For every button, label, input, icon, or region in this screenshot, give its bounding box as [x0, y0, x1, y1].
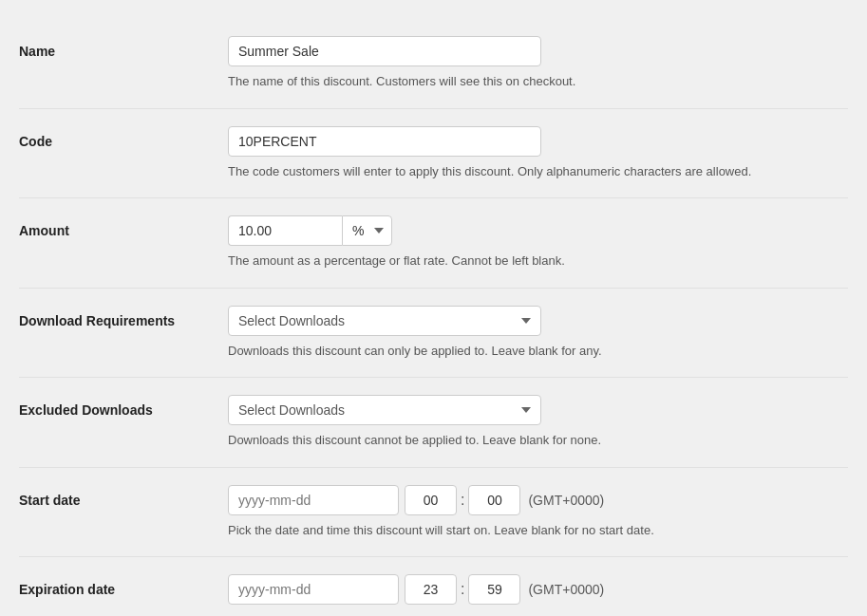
start-hour-input[interactable]	[405, 485, 457, 515]
code-field: The code customers will enter to apply t…	[228, 126, 848, 181]
start-minute-input[interactable]	[468, 485, 520, 515]
name-hint: The name of this discount. Customers wil…	[228, 72, 826, 91]
excluded-downloads-field: Select Downloads Downloads this discount…	[228, 395, 848, 450]
download-requirements-hint: Downloads this discount can only be appl…	[228, 342, 826, 361]
expiration-hour-input[interactable]	[405, 574, 457, 605]
expiration-minute-input[interactable]	[468, 574, 520, 605]
name-row: Name The name of this discount. Customer…	[19, 19, 848, 109]
amount-hint: The amount as a percentage or flat rate.…	[228, 252, 826, 271]
excluded-downloads-select[interactable]: Select Downloads	[228, 395, 541, 425]
expiration-date-inputs: : (GMT+0000)	[228, 574, 848, 605]
discount-form: Name The name of this discount. Customer…	[0, 0, 867, 616]
code-input[interactable]	[228, 126, 541, 157]
amount-unit-select[interactable]: % $	[342, 215, 392, 246]
amount-input[interactable]	[228, 215, 342, 246]
start-date-input[interactable]	[228, 485, 399, 515]
expiration-date-row: Expiration date : (GMT+0000)	[19, 557, 848, 616]
expiration-date-input[interactable]	[228, 574, 399, 605]
start-date-field: : (GMT+0000) Pick the date and time this…	[228, 485, 848, 540]
start-date-row: Start date : (GMT+0000) Pick the date an…	[19, 468, 848, 558]
code-label: Code	[19, 126, 228, 149]
download-requirements-select[interactable]: Select Downloads	[228, 306, 541, 336]
download-requirements-label: Download Requirements	[19, 306, 228, 328]
expiration-date-field: : (GMT+0000)	[228, 574, 848, 605]
amount-label: Amount	[19, 215, 228, 238]
start-time-separator: :	[461, 492, 464, 509]
name-input[interactable]	[228, 36, 541, 66]
start-date-hint: Pick the date and time this discount wil…	[228, 521, 826, 540]
expiration-time-separator: :	[461, 581, 464, 598]
download-requirements-row: Download Requirements Select Downloads D…	[19, 289, 848, 379]
start-timezone: (GMT+0000)	[528, 493, 604, 508]
start-date-inputs: : (GMT+0000)	[228, 485, 848, 515]
code-hint: The code customers will enter to apply t…	[228, 162, 826, 181]
name-label: Name	[19, 36, 228, 59]
download-requirements-field: Select Downloads Downloads this discount…	[228, 306, 848, 361]
code-row: Code The code customers will enter to ap…	[19, 109, 848, 199]
expiration-date-label: Expiration date	[19, 574, 228, 597]
excluded-downloads-label: Excluded Downloads	[19, 395, 228, 418]
amount-row: Amount % $ The amount as a percentage or…	[19, 198, 848, 289]
expiration-timezone: (GMT+0000)	[528, 582, 604, 597]
amount-field: % $ The amount as a percentage or flat r…	[228, 215, 848, 271]
amount-inputs: % $	[228, 215, 848, 246]
name-field: The name of this discount. Customers wil…	[228, 36, 848, 91]
start-date-label: Start date	[19, 485, 228, 508]
excluded-downloads-row: Excluded Downloads Select Downloads Down…	[19, 378, 848, 468]
excluded-downloads-hint: Downloads this discount cannot be applie…	[228, 431, 826, 450]
